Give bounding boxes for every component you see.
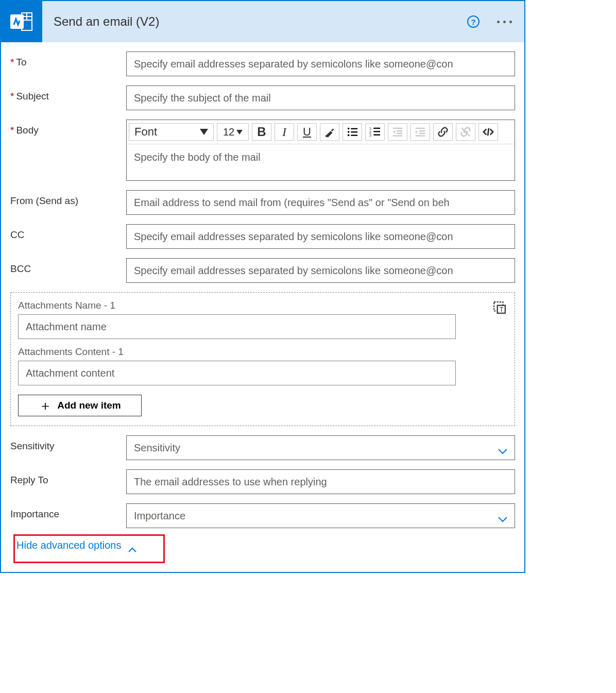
to-input[interactable]	[126, 52, 515, 76]
bcc-label: BCC	[10, 258, 121, 275]
svg-rect-18	[393, 128, 402, 129]
bcc-input[interactable]	[126, 258, 515, 283]
bullet-list-button[interactable]	[343, 123, 362, 141]
attachment-content-label: Attachments Content - 1	[18, 346, 507, 358]
bold-button[interactable]: B	[252, 123, 271, 141]
svg-rect-10	[351, 131, 357, 132]
outdent-button[interactable]	[388, 123, 407, 141]
sensitivity-select[interactable]: Sensitivity	[126, 435, 515, 460]
color-picker-button[interactable]	[320, 123, 339, 141]
svg-rect-24	[419, 133, 425, 134]
cc-label: CC	[10, 224, 121, 241]
svg-rect-23	[419, 130, 425, 131]
importance-select[interactable]: Importance	[126, 503, 515, 528]
chevron-down-icon	[498, 513, 507, 519]
add-attachment-button[interactable]: ＋ Add new item	[18, 395, 142, 416]
to-label: *To	[10, 52, 121, 68]
body-label: *Body	[10, 120, 121, 136]
attachment-name-label: Attachments Name - 1	[18, 300, 492, 311]
form-body: *To *Subject *Body Font	[1, 42, 524, 572]
editor-toolbar: Font 12 B I U	[127, 120, 515, 144]
importance-label: Importance	[10, 503, 121, 520]
help-icon[interactable]: ?	[467, 15, 480, 28]
svg-text:3: 3	[369, 133, 371, 138]
numbered-list-button[interactable]: 123	[365, 123, 385, 141]
font-size-selector[interactable]: 12	[217, 123, 249, 141]
plus-icon: ＋	[39, 399, 52, 412]
svg-rect-15	[373, 128, 380, 129]
link-button[interactable]	[433, 123, 453, 141]
svg-rect-11	[351, 135, 357, 136]
subject-input[interactable]	[126, 86, 515, 110]
font-selector[interactable]: Font	[129, 123, 214, 141]
svg-rect-25	[416, 135, 425, 136]
svg-rect-21	[393, 135, 402, 136]
svg-rect-22	[416, 128, 425, 129]
action-card: Send an email (V2) ? *To *Subject *Body	[0, 0, 525, 573]
svg-rect-19	[397, 130, 402, 131]
hide-advanced-options-link[interactable]: Hide advanced options	[14, 534, 139, 556]
from-label: From (Send as)	[10, 190, 121, 207]
code-view-button[interactable]	[478, 123, 498, 141]
more-menu-icon[interactable]	[495, 18, 514, 26]
chevron-up-icon	[128, 543, 136, 548]
svg-point-5	[326, 135, 328, 137]
svg-rect-9	[351, 128, 357, 129]
svg-text:T: T	[500, 306, 503, 313]
from-input[interactable]	[126, 190, 515, 215]
italic-button[interactable]: I	[275, 123, 294, 141]
svg-rect-17	[373, 134, 380, 136]
svg-rect-16	[373, 131, 380, 132]
svg-rect-20	[397, 133, 402, 134]
card-title: Send an email (V2)	[42, 14, 467, 29]
header-actions: ?	[467, 15, 524, 28]
unlink-button[interactable]	[456, 123, 475, 141]
indent-button[interactable]	[410, 123, 430, 141]
card-header: Send an email (V2) ?	[1, 1, 524, 42]
reply-to-input[interactable]	[126, 469, 515, 494]
outlook-icon	[1, 1, 42, 42]
underline-button[interactable]: U	[297, 123, 317, 141]
svg-point-6	[348, 128, 350, 130]
subject-label: *Subject	[10, 86, 121, 102]
svg-point-8	[348, 134, 350, 137]
sensitivity-label: Sensitivity	[10, 435, 121, 452]
svg-point-7	[348, 131, 350, 133]
attachment-name-input[interactable]	[18, 314, 456, 339]
attachment-content-input[interactable]	[18, 361, 456, 385]
body-input[interactable]: Specify the body of the mail	[127, 144, 515, 180]
reply-to-label: Reply To	[10, 469, 121, 486]
switch-array-icon[interactable]: T	[492, 300, 507, 317]
chevron-down-icon	[498, 445, 507, 451]
cc-input[interactable]	[126, 224, 515, 249]
body-editor: Font 12 B I U	[126, 120, 515, 181]
attachments-section: Attachments Name - 1 T Attachments Conte…	[10, 292, 515, 426]
svg-line-27	[488, 128, 489, 136]
